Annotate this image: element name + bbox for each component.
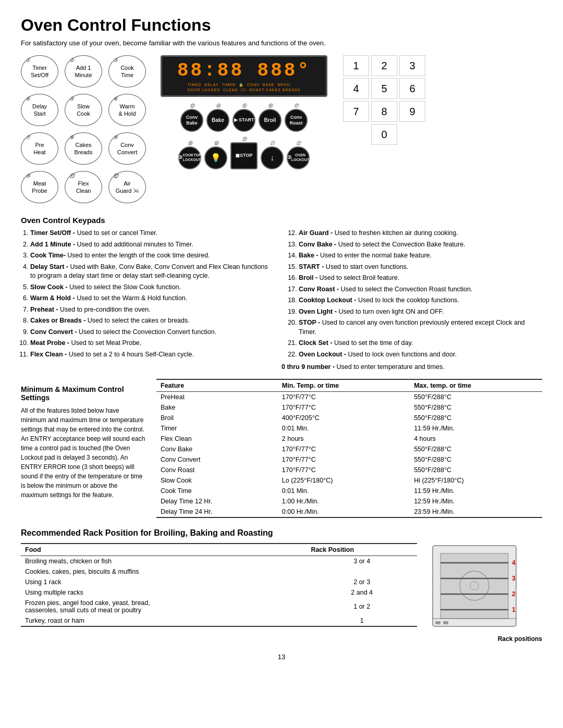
table-row: Turkey, roast or ham1 (21, 615, 417, 626)
btn-conv-roast[interactable]: ⑰ ConvRoast (285, 103, 308, 133)
min-max-col-feature: Feature (156, 379, 278, 392)
key-12[interactable]: ⑫AirGuard 🌬 (108, 171, 146, 203)
key-1[interactable]: ①TimerSet/Off (21, 55, 58, 88)
keypad-item-20: STOP - Used to cancel any oven function … (299, 318, 542, 337)
table-row: Flex Clean2 hours4 hours (156, 434, 542, 444)
rack-col-food: Food (21, 544, 307, 556)
page-number: 13 (21, 653, 542, 661)
num-5[interactable]: 5 (371, 78, 397, 99)
key-8[interactable]: ⑧CakesBreads (65, 132, 102, 165)
rack-col-position: Rack Position (307, 544, 417, 556)
keypad-item-8: Cakes or Breads - Used to select the cak… (30, 316, 274, 326)
zero-thru-nine-note: 0 thru 9 number - Used to enter temperat… (21, 363, 542, 371)
btn-start[interactable]: ⑮ ▶ START (232, 103, 255, 133)
keypad-item-17: Conv Roast - Used to select the Convecti… (299, 285, 542, 294)
key-3[interactable]: ③CookTime (108, 55, 146, 88)
num-3[interactable]: 3 (399, 55, 425, 76)
key-6[interactable]: ⑥Warm& Hold (108, 94, 146, 126)
table-row: Using 1 rack2 or 3 (21, 577, 417, 587)
svg-text:1: 1 (512, 606, 516, 613)
keypad-item-11: Flex Clean - Used to set a 2 to 4 hours … (30, 350, 274, 360)
keypad-item-9: Conv Convert - Used to select the Convec… (30, 328, 274, 337)
table-row: Cookies, cakes, pies, biscuits & muffins (21, 566, 417, 577)
table-row: Bake170°F/77°C550°F/288°C (156, 402, 542, 413)
rack-bottom-area: Food Rack Position Broiling meats, chick… (21, 543, 542, 643)
num-7[interactable]: 7 (343, 101, 369, 122)
table-row: Conv Roast170°F/77°C550°F/288°C (156, 465, 542, 475)
keypad-item-12: Air Guard - Used to freshen kitchen air … (299, 229, 542, 238)
number-pad: 1 2 3 4 5 6 7 8 9 0 (343, 55, 425, 207)
key-9[interactable]: ⑨ConvConvert (108, 132, 146, 165)
keypads-col1: Timer Set/Off - Used to set or cancel Ti… (21, 229, 274, 361)
keypad-item-3: Cook Time- Used to enter the length of t… (30, 251, 274, 261)
keypad-item-19: Oven Light - Used to turn oven light ON … (299, 307, 542, 317)
num-2[interactable]: 2 (371, 55, 397, 76)
table-row: Broil400°F/205°C550°F/288°C (156, 413, 542, 423)
rack-section-title: Recommended Rack Position for Broiling, … (21, 528, 542, 538)
keypad-item-13: Conv Bake - Used to select the Convectio… (299, 240, 542, 250)
table-row: Broiling meats, chicken or fish3 or 4 (21, 556, 417, 567)
rack-table: Food Rack Position Broiling meats, chick… (21, 543, 417, 627)
table-row: Cook Time0:01 Min.11:59 Hr./Min. (156, 486, 542, 496)
key-7[interactable]: ⑦PreHeat (21, 132, 58, 165)
oven-display-section: 88:88 888° TIMED DELAY TIMER 🔒 CONV BAKE… (161, 55, 327, 207)
min-max-section: Minimum & Maximum Control Settings All o… (21, 379, 542, 518)
intro-text: For satisfactory use of your oven, becom… (21, 39, 542, 47)
num-1[interactable]: 1 (343, 55, 369, 76)
keypad-grid: ①TimerSet/Off ②Add 1Minute ③CookTime ④De… (21, 55, 150, 207)
keypad-item-22: Oven Lockout - Used to lock oven functio… (299, 350, 542, 360)
display-digits: 88:88 888° (177, 60, 311, 81)
svg-rect-14 (443, 621, 448, 624)
keypad-item-6: Warm & Hold - Used to set the Warm & Hol… (30, 294, 274, 303)
keypads-list: Timer Set/Off - Used to set or cancel Ti… (21, 229, 542, 361)
svg-rect-13 (435, 621, 440, 624)
table-row: Timer0:01 Min.11:59 Hr./Min. (156, 423, 542, 434)
keypad-item-18: Cooktop Lockout - Used to lock the cookt… (299, 296, 542, 305)
min-max-description: Minimum & Maximum Control Settings All o… (21, 379, 146, 518)
keypads-col2: Air Guard - Used to freshen kitchen air … (289, 229, 542, 361)
rack-diagram: 4 3 2 1 (427, 543, 532, 632)
num-0[interactable]: 0 (371, 124, 397, 145)
key-10[interactable]: ⑩MeatProbe (21, 171, 58, 203)
num-empty-right (399, 124, 425, 145)
btn-oven-light[interactable]: ⑲ 💡 (204, 141, 227, 171)
keypad-item-2: Add 1 Minute - Used to add additional mi… (30, 240, 274, 250)
min-max-col-max: Max. temp. or time (410, 379, 542, 392)
min-max-table: Feature Min. Temp. or time Max. temp. or… (156, 379, 542, 518)
num-4[interactable]: 4 (343, 78, 369, 99)
btn-bake[interactable]: ⑭ Bake (206, 103, 229, 133)
btn-conv-bake[interactable]: ⑬ ConvBake (180, 103, 203, 133)
num-empty-left (343, 124, 369, 145)
num-9[interactable]: 9 (399, 101, 425, 122)
btn-stop[interactable]: ⑳ ■STOP (230, 137, 258, 171)
table-row: Delay Time 12 Hr.1:00 Hr./Min.12:59 Hr./… (156, 496, 542, 507)
keypads-section-title: Oven Control Keypads (21, 216, 542, 225)
table-row: PreHeat170°F/77°C550°F/288°C (156, 392, 542, 403)
keypad-item-10: Meat Probe - Used to set Meat Probe. (30, 339, 274, 348)
diagram-area: ①TimerSet/Off ②Add 1Minute ③CookTime ④De… (21, 55, 542, 207)
page-title: Oven Control Functions (21, 16, 542, 35)
table-row: Delay Time 24 Hr.0:00 Hr./Min.23:59 Hr./… (156, 507, 542, 517)
min-max-col-min: Min. Temp. or time (278, 379, 410, 392)
btn-cooktop-lockout[interactable]: ⑱ ③COOKTOPLOCKOUT (178, 141, 201, 171)
num-8[interactable]: 8 (371, 101, 397, 122)
keypad-item-5: Slow Cook - Used to select the Slow Cook… (30, 283, 274, 292)
svg-text:2: 2 (512, 590, 516, 598)
table-row: Frozen pies, angel food cake, yeast, bre… (21, 598, 417, 615)
svg-text:3: 3 (512, 575, 516, 582)
num-6[interactable]: 6 (399, 78, 425, 99)
keypad-item-4: Delay Start - Used with Bake, Conv Bake,… (30, 263, 274, 281)
btn-broil[interactable]: ⑯ Broil (259, 103, 282, 133)
key-2[interactable]: ②Add 1Minute (65, 55, 102, 88)
btn-oven-lockout[interactable]: ㉒ ③OVENLOCKOUT (287, 141, 310, 171)
keypad-item-14: Bake - Used to enter the normal bake fea… (299, 251, 542, 261)
keypad-item-16: Broil - Used to select Broil feature. (299, 274, 542, 283)
btn-clock-set[interactable]: ㉑ ↓ (261, 141, 284, 171)
table-row: Slow CookLo (225°F/180°C)Hi (225°F/180°C… (156, 475, 542, 486)
key-11[interactable]: ⑪FlexClean (65, 171, 102, 203)
oven-buttons-row: ⑬ ConvBake ⑭ Bake ⑮ ▶ START ⑯ Broil ⑰ Co… (180, 103, 308, 133)
display-labels: TIMED DELAY TIMER 🔒 CONV BAKE BROIL DOOR… (187, 82, 300, 92)
key-5[interactable]: ⑤SlowCook (65, 94, 102, 126)
key-4[interactable]: ④DelayStart (21, 94, 58, 126)
min-max-text: All of the features listed below have mi… (21, 406, 146, 500)
